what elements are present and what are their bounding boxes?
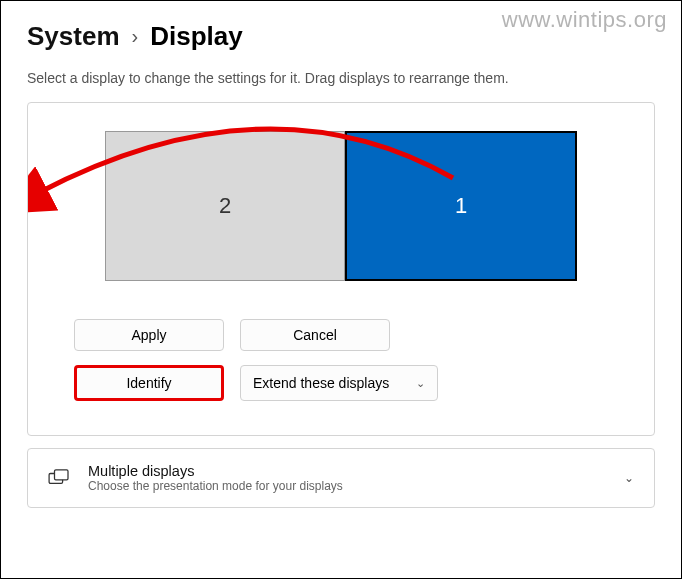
breadcrumb-current: Display [150, 21, 243, 52]
projection-mode-dropdown[interactable]: Extend these displays ⌄ [240, 365, 438, 401]
multiple-displays-text: Multiple displays Choose the presentatio… [88, 463, 606, 493]
display-arrangement-area[interactable]: 2 1 [46, 131, 636, 281]
chevron-down-icon: ⌄ [416, 377, 425, 390]
display-monitor-2[interactable]: 2 [105, 131, 345, 281]
multiple-displays-expander[interactable]: Multiple displays Choose the presentatio… [27, 448, 655, 508]
multiple-displays-title: Multiple displays [88, 463, 606, 479]
breadcrumb-parent[interactable]: System [27, 21, 120, 52]
display-monitor-1[interactable]: 1 [345, 131, 577, 281]
chevron-down-icon: ⌄ [624, 471, 634, 485]
svg-rect-2 [55, 470, 69, 480]
multiple-displays-subtitle: Choose the presentation mode for your di… [88, 479, 606, 493]
identify-button[interactable]: Identify [74, 365, 224, 401]
display-arrangement-panel: 2 1 Apply Cancel Identify Extend these d… [27, 102, 655, 436]
chevron-right-icon: › [132, 25, 139, 48]
page-subtitle: Select a display to change the settings … [27, 70, 655, 86]
multiple-displays-icon [48, 469, 70, 487]
cancel-button[interactable]: Cancel [240, 319, 390, 351]
apply-button[interactable]: Apply [74, 319, 224, 351]
watermark-text: www.wintips.org [502, 7, 667, 33]
dropdown-selected-label: Extend these displays [253, 375, 389, 391]
